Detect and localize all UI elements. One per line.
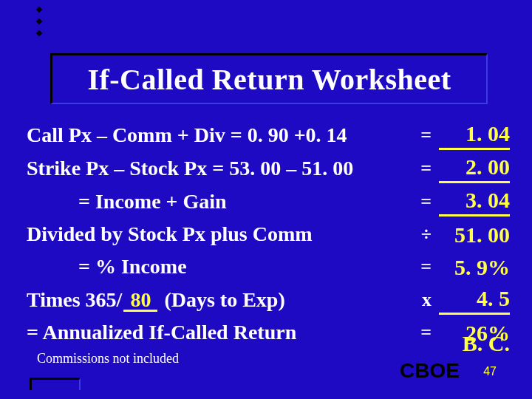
row-value: 3. 04: [439, 186, 510, 216]
row-symbol: =: [402, 120, 436, 150]
title-box: If-Called Return Worksheet: [50, 53, 488, 104]
row-symbol: =: [402, 187, 436, 216]
bullet-icon: [36, 7, 42, 13]
days-blank: 80: [123, 290, 157, 312]
bullet-icon: [36, 18, 42, 24]
worksheet-row: Call Px – Comm + Div = 0. 90 +0. 14=1. 0…: [27, 120, 510, 150]
row-label-pre: Times 365/: [27, 288, 122, 311]
row-value: 5. 9%: [439, 253, 510, 282]
worksheet-row: = Income + Gain=3. 04: [27, 186, 510, 216]
worksheet-row: = % Income=5. 9%: [27, 252, 510, 282]
row-label: = % Income: [27, 252, 402, 282]
row-label: = Income + Gain: [27, 187, 402, 216]
footnote: Commissions not included: [37, 351, 179, 366]
row-symbol: x: [402, 285, 436, 315]
worksheet-body: Call Px – Comm + Div = 0. 90 +0. 14=1. 0…: [27, 120, 510, 350]
row-value: 1. 04: [439, 120, 510, 150]
row-symbol: =: [402, 318, 436, 347]
worksheet-row: Strike Px – Stock Px = 53. 00 – 51. 00=2…: [27, 153, 510, 183]
slide: If-Called Return Worksheet Call Px – Com…: [0, 0, 532, 399]
bullet-icon: [36, 30, 42, 36]
brand-label: CBOE: [400, 359, 460, 383]
row-label: Times 365/80 (Days to Exp): [27, 285, 402, 315]
page-number: 47: [483, 365, 497, 378]
bc-label: B. C.: [463, 331, 510, 356]
row-label: Strike Px – Stock Px = 53. 00 – 51. 00: [27, 154, 402, 183]
worksheet-row: Divided by Stock Px plus Comm÷51. 00: [27, 219, 510, 249]
page-title: If-Called Return Worksheet: [87, 62, 451, 97]
worksheet-row: = Annualized If-Called Return=26%: [27, 318, 510, 347]
row-symbol: =: [402, 252, 436, 282]
worksheet-row: Times 365/80 (Days to Exp)x4. 5: [27, 284, 510, 315]
row-symbol: ÷: [402, 219, 436, 249]
corner-decor: [30, 378, 81, 390]
row-value: 51. 00: [439, 221, 510, 249]
row-label: = Annualized If-Called Return: [27, 318, 402, 347]
row-label: Call Px – Comm + Div = 0. 90 +0. 14: [27, 120, 402, 150]
row-label-post: (Days to Exp): [159, 288, 284, 311]
row-value: 4. 5: [439, 284, 510, 315]
row-symbol: =: [402, 154, 436, 183]
row-value: 2. 00: [439, 153, 510, 183]
row-label: Divided by Stock Px plus Comm: [27, 219, 402, 249]
edge-bullets: [37, 7, 41, 35]
